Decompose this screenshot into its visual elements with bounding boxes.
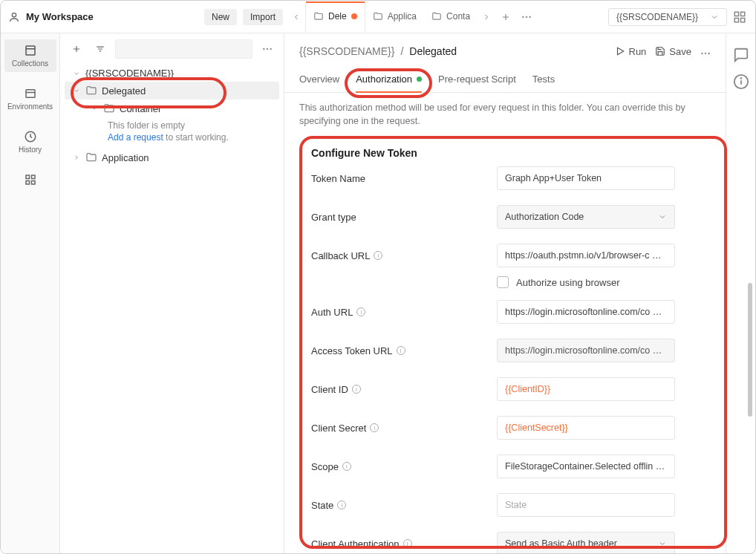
svg-rect-9 bbox=[741, 18, 745, 22]
svg-point-30 bbox=[708, 53, 710, 54]
tree-delegated[interactable]: Delegated bbox=[65, 82, 279, 100]
folder-icon bbox=[313, 11, 324, 22]
info-icon[interactable] bbox=[733, 74, 749, 90]
chevron-down-icon bbox=[658, 539, 667, 548]
environment-label: {{SRSCODENAME}} bbox=[616, 12, 698, 22]
environment-quicklook[interactable] bbox=[731, 9, 748, 25]
row-callback: Callback URLi bbox=[311, 236, 699, 275]
topbar: My Workspace New Import Dele Applica Con… bbox=[1, 1, 755, 33]
label-grant-type: Grant type bbox=[311, 212, 356, 223]
info-icon[interactable]: i bbox=[370, 423, 379, 432]
input-callback[interactable] bbox=[497, 244, 675, 267]
svg-point-25 bbox=[267, 48, 268, 50]
row-client-secret: Client Secreti bbox=[311, 408, 699, 447]
svg-point-0 bbox=[12, 13, 16, 16]
info-icon[interactable]: i bbox=[397, 346, 405, 355]
rail-more[interactable] bbox=[4, 169, 56, 191]
breadcrumb-current: Delegated bbox=[409, 45, 457, 57]
tree-root[interactable]: {{SRSCODENAME}} bbox=[65, 65, 279, 82]
svg-point-28 bbox=[701, 53, 703, 54]
run-label: Run bbox=[629, 46, 647, 57]
info-icon[interactable]: i bbox=[352, 385, 361, 394]
input-scope[interactable] bbox=[497, 454, 675, 478]
add-request-link[interactable]: Add a request bbox=[108, 132, 163, 143]
row-token-name: Token Name bbox=[311, 159, 699, 198]
environment-selector[interactable]: {{SRSCODENAME}} bbox=[608, 8, 727, 26]
input-auth-url[interactable] bbox=[497, 300, 675, 324]
sidebar-filter[interactable] bbox=[91, 40, 109, 58]
tab-container[interactable]: Conta bbox=[424, 2, 478, 32]
rail-collections[interactable]: Collections bbox=[4, 39, 56, 72]
input-access-token-url[interactable] bbox=[497, 339, 675, 362]
tab-label: Applica bbox=[388, 11, 417, 22]
unsaved-dot-icon bbox=[351, 13, 357, 19]
tabs-next[interactable] bbox=[478, 8, 495, 26]
tree-container[interactable]: Container bbox=[65, 100, 279, 117]
subtab-authorization[interactable]: Authorization bbox=[356, 69, 422, 92]
info-icon[interactable]: i bbox=[356, 307, 365, 316]
select-client-auth[interactable]: Send as Basic Auth header bbox=[497, 532, 675, 554]
label-client-id: Client ID bbox=[311, 384, 348, 395]
chevron-down-icon bbox=[72, 87, 81, 94]
select-value: Authorization Code bbox=[505, 212, 584, 222]
start-working-text: to start working. bbox=[163, 132, 229, 143]
auth-description: This authorization method will be used f… bbox=[284, 93, 726, 131]
rail-history[interactable]: History bbox=[4, 126, 56, 158]
subtab-prerequest[interactable]: Pre-request Script bbox=[438, 69, 516, 92]
input-client-secret[interactable] bbox=[497, 416, 675, 440]
rail-environments[interactable]: Environments bbox=[4, 82, 56, 115]
info-icon[interactable]: i bbox=[337, 501, 346, 509]
svg-point-5 bbox=[529, 16, 531, 17]
sidebar-search[interactable] bbox=[115, 39, 252, 59]
tree-empty-msg: This folder is empty bbox=[65, 117, 279, 132]
svg-rect-8 bbox=[734, 18, 738, 22]
svg-rect-6 bbox=[734, 12, 738, 16]
checkbox-authorize-browser[interactable] bbox=[497, 276, 509, 288]
subtab-tests[interactable]: Tests bbox=[532, 69, 555, 92]
info-icon[interactable]: i bbox=[403, 539, 412, 548]
tree-application[interactable]: Application bbox=[65, 149, 279, 166]
tree-add-request-hint: Add a request to start working. bbox=[65, 132, 279, 149]
sidebar-more[interactable] bbox=[258, 40, 276, 58]
subtab-label: Authorization bbox=[356, 74, 412, 85]
folder-icon bbox=[85, 151, 97, 163]
row-authorize-browser[interactable]: Authorize using browser bbox=[311, 275, 699, 293]
label-client-secret: Client Secret bbox=[311, 423, 366, 434]
label-auth-url: Auth URL bbox=[311, 307, 353, 318]
subtab-overview[interactable]: Overview bbox=[299, 69, 339, 92]
label-token-name: Token Name bbox=[311, 173, 365, 184]
row-grant-type: Grant type Authorization Code bbox=[311, 198, 699, 236]
select-grant-type[interactable]: Authorization Code bbox=[497, 205, 675, 229]
content: {{SRSCODENAME}} / Delegated Run Save O bbox=[284, 33, 726, 553]
input-state[interactable] bbox=[497, 493, 675, 517]
breadcrumb-root[interactable]: {{SRSCODENAME}} bbox=[299, 45, 394, 57]
info-icon[interactable]: i bbox=[342, 462, 351, 471]
new-button[interactable]: New bbox=[204, 9, 237, 25]
input-client-id[interactable] bbox=[497, 377, 675, 401]
folder-icon bbox=[373, 11, 383, 22]
collection-tree: {{SRSCODENAME}} Delegated Container This… bbox=[60, 65, 284, 553]
input-token-name[interactable] bbox=[497, 166, 675, 190]
tabs-prev[interactable] bbox=[287, 8, 305, 26]
chevron-down-icon bbox=[90, 105, 99, 112]
breadcrumb-more[interactable] bbox=[700, 45, 711, 57]
scrollbar-thumb[interactable] bbox=[748, 283, 752, 417]
comments-icon[interactable] bbox=[733, 47, 749, 63]
new-tab-button[interactable] bbox=[495, 7, 516, 27]
save-label: Save bbox=[669, 46, 691, 57]
tab-application[interactable]: Applica bbox=[365, 2, 424, 32]
svg-rect-18 bbox=[31, 181, 35, 185]
sidebar-add[interactable] bbox=[68, 40, 85, 58]
svg-rect-15 bbox=[26, 175, 30, 179]
run-button[interactable]: Run bbox=[615, 46, 647, 57]
label-callback: Callback URL bbox=[311, 250, 370, 261]
configure-token-form: Configure New Token Token Name Grant typ… bbox=[296, 137, 714, 554]
tree-application-label: Application bbox=[102, 152, 149, 163]
tab-delegated[interactable]: Dele bbox=[305, 2, 365, 32]
info-icon[interactable]: i bbox=[374, 251, 382, 260]
row-access-token-url: Access Token URLi bbox=[311, 331, 699, 370]
import-button[interactable]: Import bbox=[243, 9, 283, 25]
save-button[interactable]: Save bbox=[655, 46, 691, 57]
chevron-right-icon bbox=[72, 154, 81, 161]
tabs-more[interactable] bbox=[516, 7, 537, 27]
